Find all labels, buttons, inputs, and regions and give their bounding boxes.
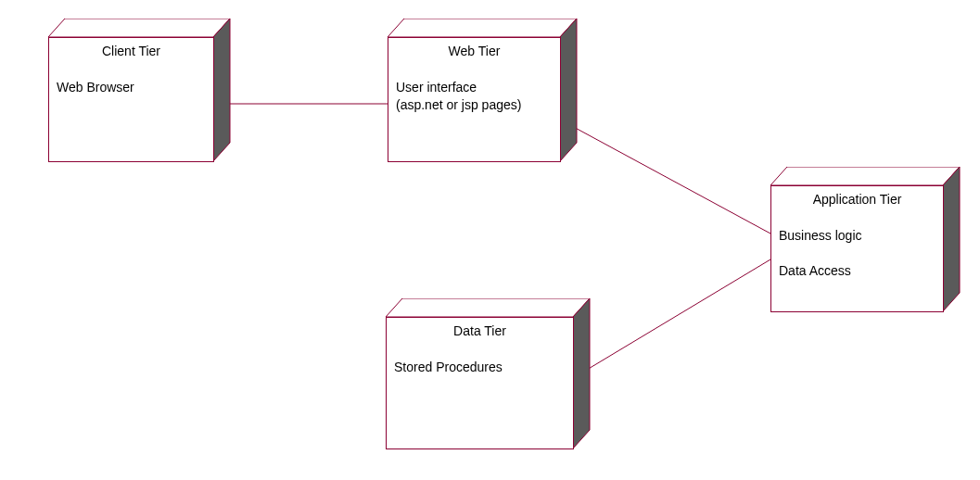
node-content: Business logicData Access [779,227,935,280]
cube-side [573,298,593,450]
cube-side [213,19,234,163]
svg-marker-10 [573,298,590,448]
svg-line-1 [558,119,770,234]
svg-marker-3 [48,19,230,37]
svg-marker-4 [213,19,230,161]
cube-top [388,19,579,39]
cube-front: Data Tier Stored Procedures [386,317,574,449]
svg-marker-5 [388,19,577,37]
diagram-canvas: Client Tier Web Browser Web Tier User in… [0,0,980,480]
svg-marker-6 [560,19,577,161]
svg-line-2 [573,259,770,378]
svg-marker-9 [386,298,590,317]
node-title: Data Tier [394,323,566,338]
node-title: Client Tier [57,44,206,58]
cube-front: Client Tier Web Browser [48,37,214,162]
node-content: Stored Procedures [394,359,566,376]
cube-front: Web Tier User interface(asp.net or jsp p… [388,37,561,162]
node-title: Application Tier [779,192,935,207]
cube-front: Application Tier Business logicData Acce… [770,185,944,312]
cube-side [943,167,963,313]
node-content: User interface(asp.net or jsp pages) [396,79,553,114]
svg-marker-7 [770,167,960,185]
cube-top [48,19,232,39]
cube-top [770,167,961,187]
cube-side [560,19,580,163]
cube-top [386,298,592,319]
svg-marker-8 [943,167,960,311]
node-title: Web Tier [396,44,553,58]
node-content: Web Browser [57,79,206,96]
